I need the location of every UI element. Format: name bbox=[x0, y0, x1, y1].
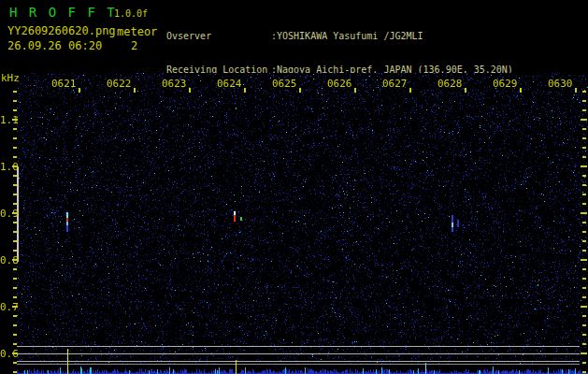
x-axis-minute-label: 0622 bbox=[107, 78, 132, 90]
y-axis-major-tick bbox=[12, 306, 18, 308]
y-axis-major-tick bbox=[12, 119, 18, 121]
y-axis-label: 0.8 bbox=[0, 254, 12, 266]
y-axis-minor-tick bbox=[13, 128, 17, 130]
y-axis-minor-tick-right bbox=[582, 231, 586, 233]
x-axis-tick bbox=[354, 88, 356, 93]
x-axis-minute-label: 0624 bbox=[217, 78, 242, 90]
y-axis-minor-tick bbox=[13, 324, 17, 326]
y-axis-minor-tick bbox=[13, 147, 17, 149]
x-axis-tick bbox=[575, 88, 577, 93]
y-axis-minor-tick-right bbox=[582, 91, 586, 93]
x-axis-tick bbox=[134, 88, 136, 93]
y-axis-label: 1.1 bbox=[0, 114, 12, 126]
y-axis-minor-tick-right bbox=[582, 334, 586, 336]
y-axis-major-tick-right bbox=[581, 306, 587, 308]
x-axis-minute-label: 0630 bbox=[548, 78, 573, 90]
y-axis-minor-tick bbox=[13, 156, 17, 158]
y-axis-label: 0.6 bbox=[0, 348, 12, 360]
y-axis-major-tick bbox=[12, 352, 18, 354]
y-axis-minor-tick bbox=[13, 184, 17, 186]
y-axis-major-tick-right bbox=[581, 259, 587, 261]
event-marker bbox=[425, 363, 426, 374]
y-axis-minor-tick-right bbox=[582, 100, 586, 102]
y-axis-minor-tick-right bbox=[582, 137, 586, 139]
x-axis-tick bbox=[244, 88, 246, 93]
y-axis-minor-tick-right bbox=[582, 203, 586, 205]
y-axis-minor-tick bbox=[13, 296, 17, 298]
y-axis-minor-tick-right bbox=[582, 343, 586, 345]
x-axis-tick bbox=[465, 88, 466, 93]
y-axis-minor-tick bbox=[13, 268, 17, 270]
x-axis-minute-label: 0629 bbox=[493, 78, 518, 90]
x-axis-minute-label: 0627 bbox=[382, 78, 408, 90]
x-axis-tick bbox=[520, 88, 522, 93]
y-axis-major-tick bbox=[12, 165, 18, 167]
y-axis-minor-tick-right bbox=[582, 128, 586, 130]
y-axis-minor-tick bbox=[13, 231, 17, 233]
y-axis-minor-tick bbox=[13, 371, 17, 373]
event-marker bbox=[67, 349, 68, 374]
y-axis-minor-tick-right bbox=[582, 268, 586, 270]
y-axis-minor-tick-right bbox=[582, 109, 586, 111]
y-axis-minor-tick-right bbox=[582, 287, 586, 289]
y-axis-minor-tick bbox=[13, 362, 17, 364]
y-axis-minor-tick-right bbox=[582, 315, 586, 317]
y-axis-minor-tick-right bbox=[582, 296, 586, 298]
y-axis-minor-tick bbox=[13, 203, 17, 205]
y-axis-minor-tick-right bbox=[582, 147, 586, 149]
y-axis-minor-tick bbox=[13, 137, 17, 139]
y-axis-minor-tick-right bbox=[582, 371, 586, 373]
y-axis-minor-tick-right bbox=[582, 175, 586, 177]
x-axis-minute-label: 0623 bbox=[162, 78, 187, 90]
y-axis-label: 0.7 bbox=[0, 301, 12, 313]
x-axis-tick bbox=[299, 88, 301, 93]
y-axis-minor-tick-right bbox=[582, 278, 586, 280]
axis-overlay: 0621062206230624062506260627062806290630… bbox=[0, 0, 588, 374]
y-axis-minor-tick bbox=[13, 91, 17, 93]
y-axis-minor-tick bbox=[13, 100, 17, 102]
y-axis-major-tick bbox=[12, 212, 18, 214]
y-axis-minor-tick-right bbox=[582, 250, 586, 252]
y-axis-minor-tick-right bbox=[582, 222, 586, 223]
x-axis-tick bbox=[409, 88, 411, 93]
y-axis-minor-tick bbox=[13, 194, 17, 195]
y-axis-minor-tick bbox=[13, 278, 17, 280]
y-axis-minor-tick bbox=[13, 175, 17, 177]
y-axis-major-tick-right bbox=[581, 352, 587, 354]
y-axis-label: 0.9 bbox=[0, 208, 12, 220]
y-axis-minor-tick bbox=[13, 315, 17, 317]
y-axis-minor-tick bbox=[13, 343, 17, 345]
y-axis-minor-tick bbox=[13, 250, 17, 252]
y-axis-minor-tick-right bbox=[582, 362, 586, 364]
hrofft-screen: H R O F F T 1.0.0f YY2609260620.png mete… bbox=[0, 0, 588, 374]
y-axis-minor-tick-right bbox=[582, 194, 586, 195]
x-axis-minute-label: 0626 bbox=[327, 78, 352, 90]
x-axis-tick bbox=[189, 88, 191, 93]
event-marker bbox=[236, 360, 237, 374]
x-axis-minute-label: 0625 bbox=[272, 78, 297, 90]
x-axis-minute-label: 0628 bbox=[437, 78, 463, 90]
y-axis-minor-tick-right bbox=[582, 184, 586, 186]
y-axis-minor-tick bbox=[13, 240, 17, 242]
x-axis-minute-label: 0621 bbox=[51, 78, 77, 90]
y-axis-minor-tick bbox=[13, 109, 17, 111]
y-axis-minor-tick-right bbox=[582, 240, 586, 242]
y-axis-label: 1.0 bbox=[0, 161, 12, 173]
x-axis-tick bbox=[79, 88, 80, 93]
y-axis-major-tick-right bbox=[581, 119, 587, 121]
y-axis-minor-tick-right bbox=[582, 324, 586, 326]
y-axis-minor-tick bbox=[13, 222, 17, 223]
y-axis-minor-tick bbox=[13, 334, 17, 336]
y-axis-major-tick-right bbox=[581, 165, 587, 167]
y-axis-minor-tick-right bbox=[582, 156, 586, 158]
y-axis-minor-tick bbox=[13, 287, 17, 289]
y-axis-major-tick bbox=[12, 259, 18, 261]
y-axis-major-tick-right bbox=[581, 212, 587, 214]
